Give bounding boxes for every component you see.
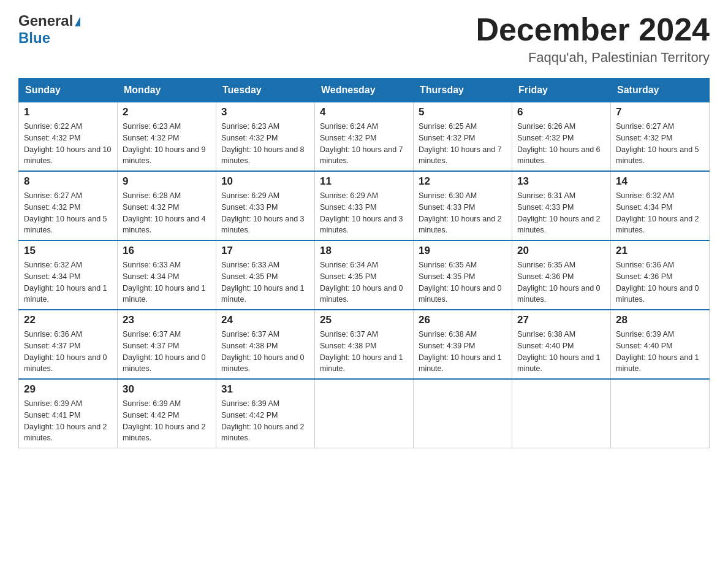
- calendar-week-row: 15 Sunrise: 6:32 AMSunset: 4:34 PMDaylig…: [19, 240, 710, 310]
- day-info: Sunrise: 6:33 AMSunset: 4:34 PMDaylight:…: [123, 259, 211, 305]
- day-number: 20: [517, 245, 605, 257]
- day-number: 28: [616, 314, 704, 326]
- day-info: Sunrise: 6:39 AMSunset: 4:41 PMDaylight:…: [24, 398, 112, 444]
- day-info: Sunrise: 6:37 AMSunset: 4:37 PMDaylight:…: [123, 329, 211, 375]
- col-thursday: Thursday: [414, 79, 512, 102]
- day-number: 10: [221, 175, 309, 188]
- page-header: General Blue December 2024 Faqqu'ah, Pal…: [18, 12, 710, 66]
- table-row: 10 Sunrise: 6:29 AMSunset: 4:33 PMDaylig…: [216, 171, 315, 240]
- table-row: 6 Sunrise: 6:26 AMSunset: 4:32 PMDayligh…: [512, 102, 611, 172]
- day-number: 1: [24, 106, 112, 118]
- day-number: 24: [221, 314, 309, 326]
- table-row: 28 Sunrise: 6:39 AMSunset: 4:40 PMDaylig…: [611, 310, 710, 379]
- day-number: 19: [419, 245, 507, 257]
- table-row: 5 Sunrise: 6:25 AMSunset: 4:32 PMDayligh…: [414, 102, 512, 172]
- day-number: 25: [320, 314, 408, 326]
- day-number: 11: [320, 175, 408, 188]
- table-row: 11 Sunrise: 6:29 AMSunset: 4:33 PMDaylig…: [315, 171, 414, 240]
- calendar-week-row: 22 Sunrise: 6:36 AMSunset: 4:37 PMDaylig…: [19, 310, 710, 379]
- day-info: Sunrise: 6:35 AMSunset: 4:36 PMDaylight:…: [517, 259, 605, 305]
- day-info: Sunrise: 6:37 AMSunset: 4:38 PMDaylight:…: [320, 329, 408, 375]
- day-number: 2: [123, 106, 211, 118]
- table-row: 12 Sunrise: 6:30 AMSunset: 4:33 PMDaylig…: [414, 171, 512, 240]
- table-row: 16 Sunrise: 6:33 AMSunset: 4:34 PMDaylig…: [118, 240, 216, 310]
- table-row: 15 Sunrise: 6:32 AMSunset: 4:34 PMDaylig…: [19, 240, 118, 310]
- col-sunday: Sunday: [19, 79, 118, 102]
- day-number: 8: [24, 175, 112, 188]
- calendar-week-row: 8 Sunrise: 6:27 AMSunset: 4:32 PMDayligh…: [19, 171, 710, 240]
- day-info: Sunrise: 6:22 AMSunset: 4:32 PMDaylight:…: [24, 121, 112, 167]
- day-number: 5: [419, 106, 507, 118]
- day-number: 26: [419, 314, 507, 326]
- calendar-table: Sunday Monday Tuesday Wednesday Thursday…: [18, 78, 710, 448]
- table-row: [611, 379, 710, 448]
- table-row: 25 Sunrise: 6:37 AMSunset: 4:38 PMDaylig…: [315, 310, 414, 379]
- day-info: Sunrise: 6:29 AMSunset: 4:33 PMDaylight:…: [320, 190, 408, 236]
- title-area: December 2024 Faqqu'ah, Palestinian Terr…: [476, 12, 710, 66]
- location-title: Faqqu'ah, Palestinian Territory: [476, 50, 710, 66]
- day-number: 12: [419, 175, 507, 188]
- table-row: [512, 379, 611, 448]
- day-number: 16: [123, 245, 211, 257]
- table-row: 27 Sunrise: 6:38 AMSunset: 4:40 PMDaylig…: [512, 310, 611, 379]
- day-number: 3: [221, 106, 309, 118]
- day-number: 23: [123, 314, 211, 326]
- day-number: 18: [320, 245, 408, 257]
- table-row: 17 Sunrise: 6:33 AMSunset: 4:35 PMDaylig…: [216, 240, 315, 310]
- day-number: 4: [320, 106, 408, 118]
- col-tuesday: Tuesday: [216, 79, 315, 102]
- day-info: Sunrise: 6:39 AMSunset: 4:42 PMDaylight:…: [123, 398, 211, 444]
- calendar-week-row: 29 Sunrise: 6:39 AMSunset: 4:41 PMDaylig…: [19, 379, 710, 448]
- day-number: 6: [517, 106, 605, 118]
- day-info: Sunrise: 6:23 AMSunset: 4:32 PMDaylight:…: [221, 121, 309, 167]
- table-row: 30 Sunrise: 6:39 AMSunset: 4:42 PMDaylig…: [118, 379, 216, 448]
- table-row: 29 Sunrise: 6:39 AMSunset: 4:41 PMDaylig…: [19, 379, 118, 448]
- day-number: 9: [123, 175, 211, 188]
- table-row: 24 Sunrise: 6:37 AMSunset: 4:38 PMDaylig…: [216, 310, 315, 379]
- day-info: Sunrise: 6:29 AMSunset: 4:33 PMDaylight:…: [221, 190, 309, 236]
- day-number: 15: [24, 245, 112, 257]
- day-info: Sunrise: 6:28 AMSunset: 4:32 PMDaylight:…: [123, 190, 211, 236]
- table-row: 22 Sunrise: 6:36 AMSunset: 4:37 PMDaylig…: [19, 310, 118, 379]
- logo-blue-text: Blue: [18, 29, 50, 47]
- day-info: Sunrise: 6:30 AMSunset: 4:33 PMDaylight:…: [419, 190, 507, 236]
- day-number: 22: [24, 314, 112, 326]
- day-number: 14: [616, 175, 704, 188]
- day-info: Sunrise: 6:36 AMSunset: 4:37 PMDaylight:…: [24, 329, 112, 375]
- day-info: Sunrise: 6:38 AMSunset: 4:40 PMDaylight:…: [517, 329, 605, 375]
- day-info: Sunrise: 6:39 AMSunset: 4:40 PMDaylight:…: [616, 329, 704, 375]
- logo-triangle-icon: [75, 17, 80, 26]
- logo: General Blue: [18, 12, 80, 47]
- day-info: Sunrise: 6:27 AMSunset: 4:32 PMDaylight:…: [616, 121, 704, 167]
- day-info: Sunrise: 6:39 AMSunset: 4:42 PMDaylight:…: [221, 398, 309, 444]
- calendar-week-row: 1 Sunrise: 6:22 AMSunset: 4:32 PMDayligh…: [19, 102, 710, 172]
- col-friday: Friday: [512, 79, 611, 102]
- day-info: Sunrise: 6:25 AMSunset: 4:32 PMDaylight:…: [419, 121, 507, 167]
- table-row: 23 Sunrise: 6:37 AMSunset: 4:37 PMDaylig…: [118, 310, 216, 379]
- col-monday: Monday: [118, 79, 216, 102]
- table-row: 26 Sunrise: 6:38 AMSunset: 4:39 PMDaylig…: [414, 310, 512, 379]
- day-info: Sunrise: 6:32 AMSunset: 4:34 PMDaylight:…: [616, 190, 704, 236]
- table-row: 20 Sunrise: 6:35 AMSunset: 4:36 PMDaylig…: [512, 240, 611, 310]
- table-row: 7 Sunrise: 6:27 AMSunset: 4:32 PMDayligh…: [611, 102, 710, 172]
- day-number: 31: [221, 383, 309, 396]
- table-row: 8 Sunrise: 6:27 AMSunset: 4:32 PMDayligh…: [19, 171, 118, 240]
- col-saturday: Saturday: [611, 79, 710, 102]
- calendar-header-row: Sunday Monday Tuesday Wednesday Thursday…: [19, 79, 710, 102]
- day-info: Sunrise: 6:26 AMSunset: 4:32 PMDaylight:…: [517, 121, 605, 167]
- table-row: 14 Sunrise: 6:32 AMSunset: 4:34 PMDaylig…: [611, 171, 710, 240]
- day-info: Sunrise: 6:31 AMSunset: 4:33 PMDaylight:…: [517, 190, 605, 236]
- table-row: 18 Sunrise: 6:34 AMSunset: 4:35 PMDaylig…: [315, 240, 414, 310]
- day-number: 21: [616, 245, 704, 257]
- table-row: [414, 379, 512, 448]
- table-row: 19 Sunrise: 6:35 AMSunset: 4:35 PMDaylig…: [414, 240, 512, 310]
- table-row: 21 Sunrise: 6:36 AMSunset: 4:36 PMDaylig…: [611, 240, 710, 310]
- day-info: Sunrise: 6:27 AMSunset: 4:32 PMDaylight:…: [24, 190, 112, 236]
- table-row: 13 Sunrise: 6:31 AMSunset: 4:33 PMDaylig…: [512, 171, 611, 240]
- day-info: Sunrise: 6:37 AMSunset: 4:38 PMDaylight:…: [221, 329, 309, 375]
- day-number: 13: [517, 175, 605, 188]
- day-info: Sunrise: 6:32 AMSunset: 4:34 PMDaylight:…: [24, 259, 112, 305]
- table-row: 3 Sunrise: 6:23 AMSunset: 4:32 PMDayligh…: [216, 102, 315, 172]
- logo-general-text: General: [18, 12, 73, 29]
- day-number: 30: [123, 383, 211, 396]
